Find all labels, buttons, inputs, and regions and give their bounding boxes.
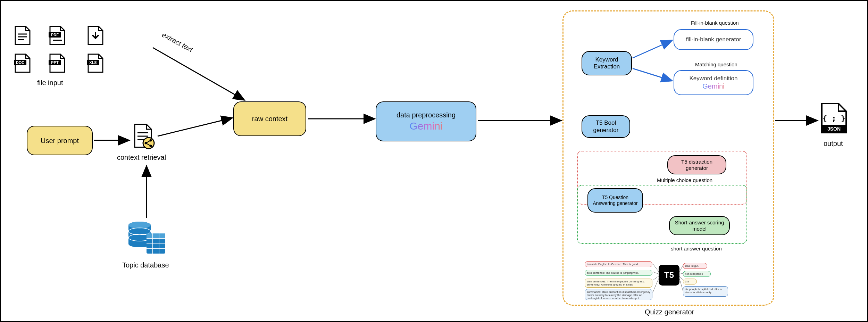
arrow-keyword-to-definition	[633, 68, 671, 81]
arrow-keyword-to-fillblank	[633, 41, 671, 58]
diagram-canvas: PDF DOC PPT	[0, 0, 868, 322]
arrow-contextretrieval-to-rawcontext	[158, 118, 232, 136]
connector-layer	[1, 1, 868, 322]
arrow-extracttext-to-rawcontext	[153, 48, 244, 100]
